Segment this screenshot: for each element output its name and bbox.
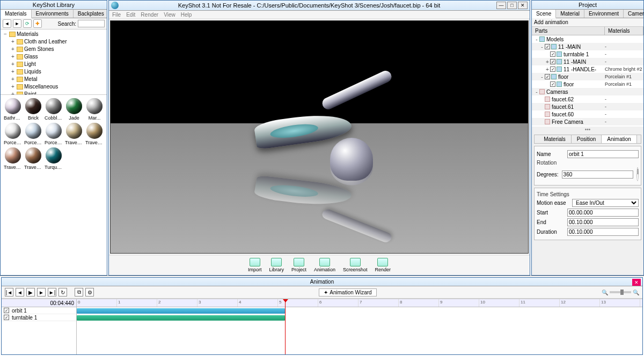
minimize-button[interactable]: — [496,2,506,9]
duration-input[interactable] [567,228,639,236]
project-tab-environment[interactable]: Environment [584,10,624,18]
tree-row[interactable]: Free Camera- [532,118,643,125]
timeline-canvas[interactable]: 012345678910111213 [77,299,642,354]
folder-item[interactable]: +Light [10,61,105,68]
start-input[interactable] [567,209,639,217]
settings-button[interactable]: ⚙ [85,288,94,296]
menu-edit[interactable]: Edit [126,12,135,18]
name-input[interactable] [567,150,639,158]
project-tree[interactable]: -Models-✓11 -MAIN-✓turntable 1-+✓11 -MAI… [532,35,643,127]
zoom-slider[interactable] [610,291,631,293]
expand-icon[interactable]: + [10,61,16,68]
zoom-in-icon[interactable]: 🔍 [633,290,639,295]
back-icon[interactable]: ◄ [3,19,11,28]
refresh-icon[interactable]: ⟳ [23,19,32,28]
tree-row[interactable]: faucet.62- [532,95,643,103]
subtab-position[interactable]: Position [572,135,602,143]
checkbox[interactable]: ✓ [550,51,555,57]
folder-item[interactable]: +Gem Stones [10,46,105,53]
tree-row[interactable]: -✓floorPorcelain #1 [532,73,643,80]
expand-icon[interactable]: + [10,46,16,53]
animation-wizard-button[interactable]: ✦ Animation Wizard [319,288,376,296]
menu-render[interactable]: Render [141,12,158,18]
library-tab-backplates[interactable]: Backplates [74,10,109,18]
tree-row[interactable]: faucet.61- [532,103,643,110]
go-end-button[interactable]: ►| [48,288,56,296]
expand-icon[interactable]: + [10,76,16,83]
tool-animation[interactable]: Animation [311,257,339,273]
checkbox[interactable]: ✓ [550,66,555,72]
tree-row[interactable]: -✓11 -MAIN- [532,43,643,50]
tree-row[interactable]: +✓11 -MAIN- [532,58,643,65]
library-folder-tree[interactable]: − Materials +Cloth and Leather+Gem Stone… [1,29,107,95]
tool-screenshot[interactable]: Screenshot [340,257,371,273]
material-swatch[interactable]: Travertine [65,123,83,145]
tree-row[interactable]: ✓turntable 1- [532,50,643,58]
degrees-input[interactable] [562,170,633,179]
material-swatch[interactable]: Porcela... [45,123,63,145]
menu-help[interactable]: Help [181,12,192,18]
tool-library[interactable]: Library [266,257,287,273]
preview-button[interactable]: ⧉ [75,288,83,296]
folder-item[interactable]: +Paint [10,91,105,95]
close-button[interactable]: ✕ [518,2,528,9]
folder-item[interactable]: +Miscellaneous [10,83,105,91]
project-tab-scene[interactable]: Scene [532,10,556,18]
project-tab-camera[interactable]: Camera [624,10,644,18]
ease-select[interactable]: Ease In/Out [572,199,639,207]
tree-row[interactable]: faucet.60- [532,110,643,118]
track-label[interactable]: ✓orbit 1 [2,307,76,314]
expand-icon[interactable]: + [10,38,16,46]
material-swatch[interactable]: Porcelain [4,123,22,145]
material-swatch[interactable]: Jade [65,98,83,121]
expand-icon[interactable]: + [10,68,16,76]
checkbox[interactable]: ✓ [545,74,550,79]
forward-icon[interactable]: ► [13,19,21,28]
animation-close-button[interactable]: ✕ [632,279,641,286]
tree-row[interactable]: ✓floorPorcelain #1 [532,80,643,88]
step-fwd-button[interactable]: ► [37,288,46,296]
project-tab-material[interactable]: Material [556,10,584,18]
material-swatch[interactable]: Turquoise [45,147,63,170]
material-swatch[interactable]: Porcela... [24,123,42,145]
subtab-animation[interactable]: Animation [602,135,636,143]
folder-item[interactable]: +Liquids [10,68,105,76]
loop-button[interactable]: ↻ [58,288,67,296]
menu-view[interactable]: View [164,12,175,18]
collapse-icon[interactable]: − [3,31,8,38]
tree-row[interactable]: -Cameras [532,88,643,95]
go-start-button[interactable]: |◄ [5,288,13,296]
col-parts[interactable]: Parts [532,27,605,35]
material-swatch[interactable]: Travertin... [4,147,22,170]
end-input[interactable] [567,218,639,226]
folder-item[interactable]: +Metal [10,76,105,83]
zoom-out-icon[interactable]: 🔍 [602,290,608,295]
subtab-materials[interactable]: Materials [538,135,572,143]
material-swatch[interactable]: Brick [24,98,42,121]
timeline-ruler[interactable]: 012345678910111213 [77,299,642,307]
timeline-zoom[interactable]: 🔍 🔍 [602,290,639,295]
menu-file[interactable]: File [112,12,121,18]
play-button[interactable]: ▶ [26,288,35,296]
add-animation-button[interactable]: Add animation [532,18,643,27]
library-tab-environments[interactable]: Environments [32,10,74,18]
step-back-button[interactable]: ◄ [16,288,24,296]
material-swatch[interactable]: Mar... [85,98,104,121]
render-viewport[interactable] [110,20,529,254]
expand-icon[interactable]: + [10,83,16,91]
playhead[interactable] [285,299,286,354]
folder-item[interactable]: +Cloth and Leather [10,38,105,46]
material-swatch[interactable]: Bathroo... [4,98,22,121]
tool-project[interactable]: Project [288,257,310,273]
folder-item[interactable]: +Glass [10,53,105,61]
checkbox[interactable]: ✓ [550,59,555,64]
material-swatch[interactable]: Travertin... [24,147,42,170]
maximize-button[interactable]: □ [507,2,517,9]
checkbox[interactable]: ✓ [545,44,550,49]
library-tab-materials[interactable]: Materials [1,10,32,18]
add-icon[interactable]: ✚ [33,19,42,28]
track-label[interactable]: ✓turntable 1 [2,314,76,321]
tree-row[interactable]: -Models [532,35,643,43]
checkbox[interactable]: ✓ [550,81,555,87]
tool-render[interactable]: Render [372,257,394,273]
